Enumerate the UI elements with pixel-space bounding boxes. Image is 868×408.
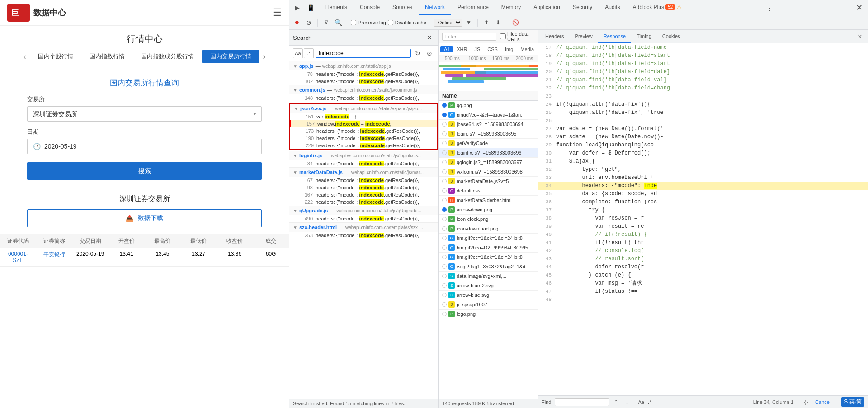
file-item[interactable]: H marketDataSiderbar.html xyxy=(439,196,538,205)
filter-btn[interactable]: ⊽ xyxy=(321,18,331,28)
match-line[interactable]: 253 headers: {"mcode": indexcode.getResC… xyxy=(289,232,438,239)
match-line[interactable]: 102 headers: {"mcode": indexcode.getResC… xyxy=(289,78,438,85)
exchange-select[interactable]: 深圳证券交易所 xyxy=(27,106,262,122)
refresh-search-btn[interactable]: ↻ xyxy=(413,48,423,58)
filter-xhr-btn[interactable]: XHR xyxy=(453,46,471,52)
nav-tab-exchange[interactable]: 国内交易所行情 xyxy=(202,50,259,63)
find-prev-btn[interactable]: ⌃ xyxy=(613,399,620,405)
file-item[interactable]: G hm.gif?hca=D2E999984E8C995 xyxy=(439,243,538,253)
filter-media-btn[interactable]: Media xyxy=(517,46,538,52)
tab-cookies[interactable]: Cookies xyxy=(657,30,686,43)
file-item[interactable]: J wxlogin.js?_=1589983003698 xyxy=(439,167,538,177)
nav-tab-stocks[interactable]: 国内个股行情 xyxy=(30,50,81,63)
search-file-header-marketdata[interactable]: ▼ marketDataDate.js — webapi.cninfo.com.… xyxy=(289,168,438,177)
devtools-select-btn[interactable]: ▶ xyxy=(291,2,303,13)
code-panel-close-btn[interactable]: ✕ xyxy=(854,33,866,40)
search-file-header-json2csv[interactable]: ▼ json2csv.js — webapi.cninfo.com.cn/sta… xyxy=(290,104,437,113)
tab-timing[interactable]: Timing xyxy=(631,30,657,43)
filter-all-btn[interactable]: All xyxy=(440,46,453,52)
file-item[interactable]: S arrow-blue.svg xyxy=(439,291,538,300)
file-item[interactable]: J getVerifyCode xyxy=(439,139,538,148)
menu-icon[interactable]: ☰ xyxy=(273,7,282,19)
nav-tab-index[interactable]: 国内指数行情 xyxy=(81,50,133,63)
match-line[interactable]: 78 headers: {"mcode": indexcode.getResCo… xyxy=(289,70,438,78)
match-line[interactable]: 151 var indexcode = { xyxy=(290,113,437,120)
tab-headers[interactable]: Headers xyxy=(540,30,570,43)
tab-performance[interactable]: Performance xyxy=(451,0,495,15)
file-item[interactable]: G v.cgi?flag1=350372&flag2=1&d xyxy=(439,262,538,272)
preserve-log-check[interactable] xyxy=(351,20,356,25)
match-line[interactable]: 148 headers: {"mcode": indexcode.getResC… xyxy=(289,94,438,102)
file-item[interactable]: G hm.gif?cc=1&ck=1&cl=24-bit8 xyxy=(439,253,538,262)
stop-btn[interactable]: ⊘ xyxy=(304,18,314,28)
match-line[interactable]: 67 headers: {"mcode": indexcode.getResCo… xyxy=(289,177,438,184)
search-close-btn[interactable]: ✕ xyxy=(425,33,434,42)
file-item[interactable]: G pingd?cc=-&ct=-&java=1&lan. xyxy=(439,110,538,120)
match-line[interactable]: 173 headers: {"mcode": indexcode.getResC… xyxy=(290,127,437,135)
devtools-close-btn[interactable]: ✕ xyxy=(852,1,866,14)
hide-data-urls-check[interactable] xyxy=(500,33,506,39)
date-input[interactable] xyxy=(44,143,256,150)
file-item[interactable]: J marketDataDate.js?v=5 xyxy=(439,177,538,186)
search-file-header-szxheader[interactable]: ▼ szx-header.html — webapi.cninfo.com.cn… xyxy=(289,223,438,232)
filter-js-btn[interactable]: JS xyxy=(471,46,484,52)
tab-response[interactable]: Response xyxy=(598,30,632,43)
file-item-loginfix[interactable]: J loginfix.js?_=1589983003696 xyxy=(439,148,538,158)
search-file-header-loginfix[interactable]: ▼ loginfix.js — webapitest.cninfo.com.cn… xyxy=(289,151,438,160)
import-btn[interactable]: ⬆ xyxy=(481,18,491,28)
file-item[interactable]: P arrow-down.png xyxy=(439,205,538,215)
file-item[interactable]: P logo.png xyxy=(439,310,538,319)
tab-network[interactable]: Network xyxy=(419,0,451,15)
search-file-header-app[interactable]: ▼ app.js — webapi.cninfo.com.cn/static/a… xyxy=(289,61,438,70)
file-item[interactable]: C default.css xyxy=(439,186,538,196)
file-item[interactable]: G hm.gif?cc=1&ck=1&cl=24-bit8 xyxy=(439,234,538,243)
file-item[interactable]: S data:image/svg+xml,... xyxy=(439,272,538,281)
file-item[interactable]: J jbase64.js?_=1589983003694 xyxy=(439,120,538,129)
file-item[interactable]: P icon-download.png xyxy=(439,224,538,234)
file-item[interactable]: P icon-clock.png xyxy=(439,215,538,224)
tab-preview[interactable]: Preview xyxy=(570,30,598,43)
preserve-log-label[interactable]: Preserve log xyxy=(351,20,386,25)
clear-search-btn[interactable]: ⊘ xyxy=(425,48,434,58)
tab-audits[interactable]: Audits xyxy=(599,0,626,15)
search-text-input[interactable] xyxy=(316,49,411,58)
devtools-more-btn[interactable]: ⋮ xyxy=(762,1,778,14)
search-file-header-qupgrade[interactable]: ▼ qUpgrade.js — webapi.cninfo.com.cn/sta… xyxy=(289,206,438,215)
clear-btn[interactable]: 🚫 xyxy=(511,18,521,28)
record-btn[interactable]: ● xyxy=(292,18,302,28)
network-filter-input[interactable] xyxy=(442,33,496,41)
search-btn-toolbar[interactable]: 🔍 xyxy=(333,18,343,28)
search-file-header-common[interactable]: ▼ common.js — webapi.cninfo.com.cn/stati… xyxy=(289,85,438,94)
file-item[interactable]: P qq.png xyxy=(439,101,538,110)
tab-sources[interactable]: Sources xyxy=(386,0,419,15)
throttle-settings-btn[interactable]: ▼ xyxy=(464,18,474,28)
file-item[interactable]: S arrow-blue-2.svg xyxy=(439,281,538,291)
disable-cache-check[interactable] xyxy=(388,20,393,25)
disable-cache-label[interactable]: Disable cache xyxy=(388,20,426,25)
tab-elements[interactable]: Elements xyxy=(318,0,354,15)
match-case-btn[interactable]: Aa xyxy=(293,48,303,58)
tab-security[interactable]: Security xyxy=(566,0,599,15)
format-btn[interactable]: {} xyxy=(804,399,808,405)
regex-btn[interactable]: .* xyxy=(304,48,314,58)
match-line[interactable]: 229 headers: {"mcode": indexcode.getResC… xyxy=(290,142,437,149)
data-download-button[interactable]: 📥 数据下载 xyxy=(27,209,262,227)
hide-data-urls-label[interactable]: Hide data URLs xyxy=(500,31,534,42)
match-line[interactable]: 98 headers: {"mcode": indexcode.getResCo… xyxy=(289,184,438,191)
match-line[interactable]: 190 headers: {"mcode": indexcode.getResC… xyxy=(290,135,437,142)
cancel-btn[interactable]: Cancel xyxy=(815,399,830,405)
find-input[interactable] xyxy=(555,398,609,406)
file-item[interactable]: J login.js?_=1589983003695 xyxy=(439,129,538,139)
nav-prev-arrow[interactable]: ‹ xyxy=(20,52,30,61)
online-select[interactable]: Online xyxy=(434,19,462,27)
filter-css-btn[interactable]: CSS xyxy=(484,46,501,52)
find-next-btn[interactable]: ⌄ xyxy=(623,399,631,405)
file-item[interactable]: J qqlogin.js?_=1589983003697 xyxy=(439,158,538,167)
match-line[interactable]: 34 headers: {"mcode": indexcode.getResCo… xyxy=(289,160,438,167)
tab-console[interactable]: Console xyxy=(354,0,386,15)
tab-memory[interactable]: Memory xyxy=(495,0,527,15)
tab-adblock[interactable]: Adblock Plus 52 ⚠ xyxy=(627,0,688,15)
nav-tab-component[interactable]: 国内指数成分股行情 xyxy=(133,50,202,63)
match-line-active[interactable]: 157 window.indexcode = indexcode; xyxy=(290,120,437,127)
filter-img-btn[interactable]: Img xyxy=(501,46,517,52)
